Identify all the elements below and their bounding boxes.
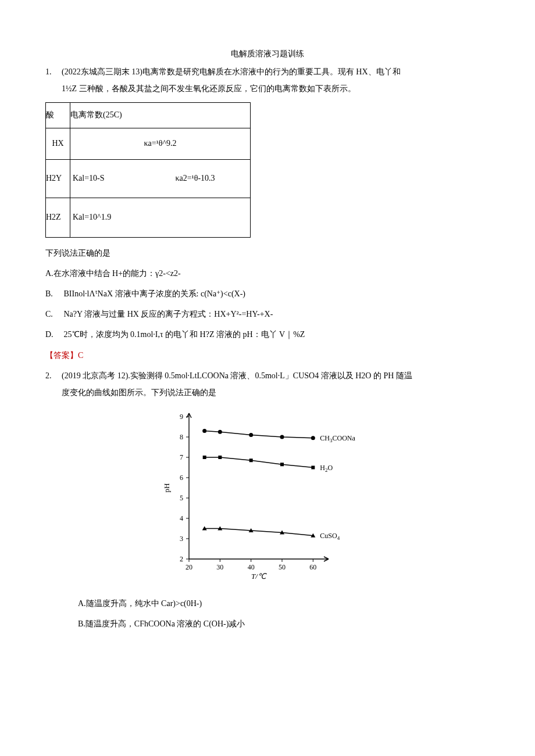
svg-text:40: 40: [248, 563, 255, 571]
svg-text:6: 6: [180, 474, 183, 482]
td-h2y: H2Y: [46, 159, 70, 198]
svg-text:30: 30: [216, 563, 223, 571]
svg-rect-37: [280, 463, 284, 466]
svg-text:H2O: H2O: [320, 464, 333, 473]
q2-line2: 度变化的曲线如图所示。下列说法正确的是: [45, 385, 490, 400]
svg-text:2: 2: [180, 555, 183, 563]
question-2: 2. (2019 北京高考 12).实验测得 0.5mol·LtLCOONa 溶…: [45, 368, 490, 383]
svg-rect-34: [203, 456, 206, 459]
svg-point-29: [218, 430, 222, 434]
chart-container: 203040506023456789T/℃pHCH3COONaH2OCuSO4: [45, 408, 490, 582]
svg-text:3: 3: [180, 535, 183, 543]
q2-optB: B.随温度升高，CFhCOONa 溶液的 C(OH-)减小: [45, 617, 490, 631]
optB-label: B.: [45, 286, 62, 301]
q2-number: 2.: [45, 368, 62, 383]
svg-text:20: 20: [186, 563, 192, 571]
svg-text:pH: pH: [162, 483, 171, 493]
svg-text:8: 8: [180, 433, 183, 441]
optD-label: D.: [45, 327, 62, 342]
td-h2z-k: Kal=10^1.9: [70, 198, 251, 237]
svg-point-30: [249, 433, 253, 437]
svg-point-32: [311, 436, 315, 440]
svg-text:T/℃: T/℃: [251, 572, 267, 581]
optB-text: BIInol·lΛᵗNaX 溶液中离子浓度的关系: c(Na⁺)<c(X-): [64, 289, 246, 298]
question-1: 1. (2022东城高三期末 13)电离常数是研究电解质在水溶液中的行为的重要工…: [45, 65, 490, 79]
svg-text:5: 5: [180, 494, 183, 502]
q1-optB: B. BIInol·lΛᵗNaX 溶液中离子浓度的关系: c(Na⁺)<c(X-…: [45, 286, 490, 301]
q1-answer: 【答案】C: [45, 348, 490, 363]
q1-line2: 1½Z 三种酸，各酸及其盐之间不发生氧化还原反应，它们的电离常数如下表所示。: [45, 81, 490, 96]
th-acid: 酸: [46, 102, 70, 128]
td-h2z-k1: Kal=10^1.9: [70, 210, 140, 224]
td-h2y-k1: Kal=10-S: [70, 171, 140, 185]
q1-stem: 下列说法正确的是: [45, 246, 490, 260]
q1-optD: D. 25℃时，浓度均为 0.1mol·I,τ 的电丫和 H?Z 溶液的 pH：…: [45, 327, 490, 342]
td-h2z: H2Z: [46, 198, 70, 237]
td-hx-k: κa=¹θ^9.2: [70, 128, 251, 159]
ionization-table: 酸 电离常数(25C) HX κa=¹θ^9.2 H2Y Kal=10-S κa…: [45, 102, 251, 238]
svg-rect-38: [311, 466, 315, 470]
svg-text:4: 4: [180, 514, 183, 522]
q1-number: 1.: [45, 65, 62, 79]
optC-label: C.: [45, 307, 62, 321]
svg-text:7: 7: [180, 453, 183, 461]
ph-temperature-chart: 203040506023456789T/℃pHCH3COONaH2OCuSO4: [157, 408, 378, 582]
optD-text: 25℃时，浓度均为 0.1mol·I,τ 的电丫和 H?Z 溶液的 pH：电丫 …: [64, 330, 305, 339]
svg-text:CuSO4: CuSO4: [320, 532, 340, 541]
td-h2y-k: Kal=10-S κa2=¹θ-10.3: [70, 159, 251, 198]
q2-line1: (2019 北京高考 12).实验测得 0.5mol·LtLCOONa 溶液、0…: [62, 368, 490, 383]
page-title: 电解质溶液习题训练: [45, 46, 490, 61]
q1-optC: C. Na?Y 溶液与过量 HX 反应的离子方程式：HX+Y²-=HY-+X-: [45, 307, 490, 321]
chart-svg: 203040506023456789T/℃pHCH3COONaH2OCuSO4: [157, 408, 378, 582]
td-hx: HX: [46, 128, 70, 159]
td-h2y-k2: κa2=¹θ-10.3: [140, 171, 250, 185]
svg-text:60: 60: [309, 563, 316, 571]
optC-text: Na?Y 溶液与过量 HX 反应的离子方程式：HX+Y²-=HY-+X-: [64, 310, 273, 318]
q2-optA: A.随温度升高，纯水中 Car)>c(0H-): [45, 596, 490, 611]
svg-rect-35: [218, 456, 222, 459]
q1-line1: (2022东城高三期末 13)电离常数是研究电解质在水溶液中的行为的重要工具。现…: [62, 65, 490, 79]
svg-point-28: [202, 429, 206, 433]
svg-text:CH3COONa: CH3COONa: [320, 434, 355, 443]
th-const: 电离常数(25C): [70, 102, 251, 128]
svg-text:9: 9: [180, 413, 183, 421]
svg-point-31: [280, 435, 284, 439]
svg-text:50: 50: [279, 563, 286, 571]
svg-rect-36: [249, 458, 253, 462]
q1-optA: A.在水溶液中结合 H+的能力：γ2-<z2-: [45, 266, 490, 281]
